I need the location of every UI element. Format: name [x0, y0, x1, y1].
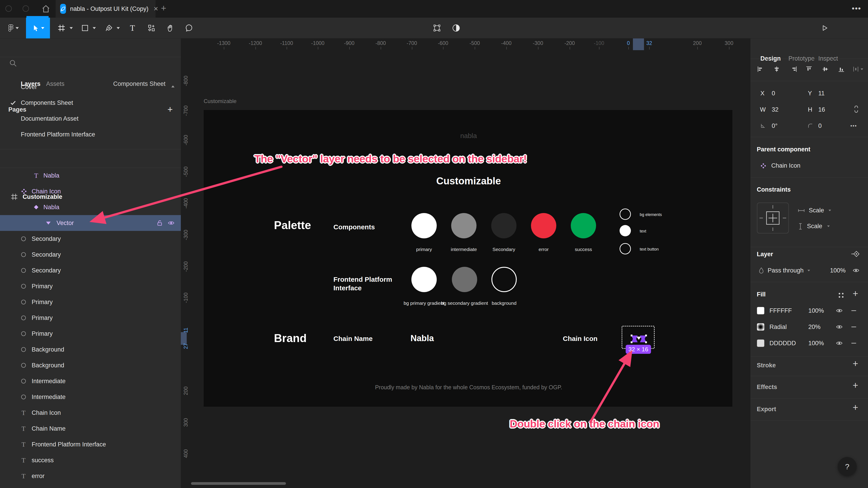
- page-item-documentation-asset[interactable]: Documentation Asset: [0, 111, 181, 127]
- tab-close-icon[interactable]: ✕: [153, 5, 158, 12]
- main-menu-button[interactable]: [4, 18, 23, 38]
- add-stroke-button[interactable]: +: [852, 358, 858, 369]
- text-tool-button[interactable]: T: [126, 18, 139, 38]
- layer-style-icon[interactable]: [851, 250, 860, 258]
- remove-fill-icon[interactable]: [851, 340, 857, 346]
- rotation-value[interactable]: 0°: [772, 123, 778, 129]
- window-menu-icon[interactable]: •••: [852, 4, 861, 13]
- layer-row-success-text[interactable]: Tsuccess: [0, 452, 181, 468]
- move-tool-button[interactable]: [26, 18, 50, 38]
- eye-icon[interactable]: [836, 324, 843, 329]
- page-item-cover[interactable]: Cover: [0, 79, 181, 95]
- layer-row-intermediate[interactable]: Intermediate: [0, 389, 181, 405]
- add-effect-button[interactable]: +: [852, 380, 858, 391]
- help-button[interactable]: ?: [838, 457, 857, 476]
- fill-opacity[interactable]: 100%: [808, 340, 831, 347]
- swatch-bg-elements[interactable]: [620, 208, 631, 220]
- chain-icon-vector[interactable]: [630, 333, 648, 344]
- vertical-constraint-select[interactable]: Scale: [798, 223, 830, 230]
- layer-row-primary[interactable]: Primary: [0, 326, 181, 341]
- swatch-text[interactable]: [620, 225, 631, 236]
- resources-tool-button[interactable]: [145, 18, 158, 38]
- unlock-icon[interactable]: [157, 220, 163, 226]
- search-icon[interactable]: [9, 59, 17, 67]
- align-bottom-icon[interactable]: [838, 66, 844, 72]
- frame-tool-button[interactable]: [55, 18, 68, 38]
- home-button[interactable]: [41, 4, 50, 13]
- fill-row[interactable]: FFFFFF 100%: [757, 307, 857, 315]
- align-top-icon[interactable]: [806, 66, 812, 72]
- layer-row-chain-icon-component[interactable]: Chain Icon: [0, 184, 181, 199]
- swatch-secondary[interactable]: [491, 213, 517, 238]
- layer-row-background[interactable]: Background: [0, 357, 181, 373]
- layer-row-fpi-text[interactable]: TFrontend Platform Interface: [0, 436, 181, 452]
- layer-row-nabla-instance[interactable]: Nabla: [0, 199, 181, 215]
- add-export-button[interactable]: +: [852, 402, 858, 413]
- corner-radius-value[interactable]: 0: [818, 123, 822, 129]
- fill-swatch[interactable]: [757, 307, 765, 315]
- layer-row-secondary[interactable]: Secondary: [0, 263, 181, 278]
- blend-mode-select[interactable]: Pass through: [758, 267, 810, 274]
- window-control-icon[interactable]: [23, 5, 29, 12]
- fill-name[interactable]: FFFFFF: [770, 307, 803, 314]
- fill-name[interactable]: DDDDDD: [770, 340, 803, 347]
- constrain-proportions-icon[interactable]: [854, 105, 859, 113]
- remove-fill-icon[interactable]: [851, 308, 857, 314]
- fill-row[interactable]: DDDDDD 100%: [757, 339, 857, 347]
- swatch-primary[interactable]: [411, 213, 437, 238]
- layer-row-vector[interactable]: Vector: [0, 215, 181, 231]
- x-value[interactable]: 0: [772, 90, 775, 97]
- distribute-icon[interactable]: [852, 66, 864, 72]
- canvas[interactable]: -1300 -1200 -1100 -1000 -900 -800 -700 -…: [181, 38, 750, 488]
- frame-name-label[interactable]: Customizable: [204, 98, 237, 104]
- present-button[interactable]: [818, 18, 831, 38]
- expand-caret-icon[interactable]: [44, 219, 53, 227]
- align-horizontal-center-icon[interactable]: [774, 66, 780, 72]
- eye-icon[interactable]: [852, 268, 860, 273]
- eye-icon[interactable]: [168, 221, 175, 225]
- layer-row-secondary[interactable]: Secondary: [0, 247, 181, 263]
- align-right-icon[interactable]: [791, 66, 797, 72]
- layer-row-intermediate[interactable]: Intermediate: [0, 373, 181, 389]
- layer-row-background[interactable]: Background: [0, 341, 181, 357]
- frame-tool-chevron[interactable]: [68, 18, 74, 38]
- horizontal-scrollbar[interactable]: [191, 482, 286, 485]
- layer-row-nabla-text[interactable]: T Nabla: [0, 168, 181, 184]
- fill-swatch[interactable]: [757, 339, 765, 347]
- align-left-icon[interactable]: [757, 66, 764, 72]
- remove-fill-icon[interactable]: [851, 324, 857, 330]
- layer-row-primary[interactable]: Primary: [0, 294, 181, 310]
- more-options-icon[interactable]: •••: [850, 123, 857, 129]
- comment-tool-button[interactable]: [182, 18, 196, 38]
- fill-opacity[interactable]: 100%: [808, 307, 831, 314]
- fill-row[interactable]: Radial 20%: [757, 323, 857, 331]
- parent-component-row[interactable]: Chain Icon: [761, 162, 800, 169]
- layer-row-chain-name-text[interactable]: TChain Name: [0, 421, 181, 436]
- document-tab[interactable]: nabla - Outpost UI Kit (Copy) ✕: [56, 0, 156, 18]
- shape-tool-chevron[interactable]: [91, 18, 98, 38]
- styles-icon[interactable]: [838, 292, 844, 298]
- swatch-success[interactable]: [571, 213, 596, 238]
- page-item-frontend-platform-interface[interactable]: Frontend Platform Interface: [0, 127, 181, 142]
- layer-row-primary[interactable]: Primary: [0, 278, 181, 294]
- w-value[interactable]: 32: [772, 106, 778, 113]
- layer-row-chain-icon-text[interactable]: TChain Icon: [0, 405, 181, 421]
- layer-row-primary[interactable]: Primary: [0, 310, 181, 326]
- swatch-intermediate[interactable]: [451, 213, 476, 238]
- pen-tool-chevron[interactable]: [115, 18, 122, 38]
- add-fill-button[interactable]: +: [852, 288, 858, 299]
- eye-icon[interactable]: [836, 308, 843, 313]
- fill-name[interactable]: Radial: [770, 324, 803, 330]
- y-value[interactable]: 11: [818, 90, 825, 97]
- eye-icon[interactable]: [836, 341, 843, 346]
- layer-opacity-value[interactable]: 100%: [830, 267, 846, 274]
- horizontal-constraint-select[interactable]: Scale: [798, 207, 831, 214]
- pen-tool-button[interactable]: [102, 18, 116, 38]
- layer-row-secondary[interactable]: Secondary: [0, 231, 181, 247]
- edit-object-button[interactable]: [431, 18, 443, 38]
- page-item-components-sheet[interactable]: Components Sheet: [0, 95, 181, 111]
- fill-opacity[interactable]: 20%: [808, 324, 831, 330]
- window-control-icon[interactable]: [5, 5, 12, 12]
- hand-tool-button[interactable]: [164, 18, 177, 38]
- constraints-widget[interactable]: [757, 202, 789, 234]
